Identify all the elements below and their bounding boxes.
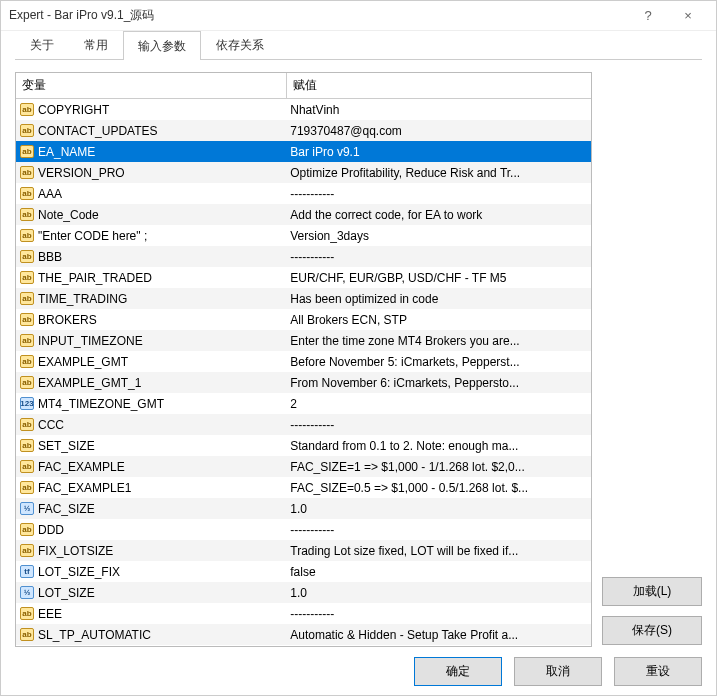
double-type-icon: ½	[20, 502, 34, 515]
cell-value[interactable]: Optimize Profitability, Reduce Risk and …	[286, 162, 591, 183]
cell-variable[interactable]: abCONTACT_UPDATES	[16, 120, 286, 141]
col-header-variable[interactable]: 变量	[16, 73, 286, 99]
cell-value[interactable]: FAC_SIZE=1 => $1,000 - 1/1.268 lot. $2,0…	[286, 456, 591, 477]
help-button[interactable]: ?	[628, 8, 668, 23]
cell-variable[interactable]: abEA_NAME	[16, 141, 286, 162]
cell-variable[interactable]: abEXAMPLE_GMT	[16, 351, 286, 372]
cell-value[interactable]: Before November 5: iCmarkets, Pepperst..…	[286, 351, 591, 372]
cell-variable[interactable]: abFAC_EXAMPLE1	[16, 477, 286, 498]
tab-common[interactable]: 常用	[69, 30, 123, 59]
cell-variable[interactable]: abEEE	[16, 603, 286, 624]
cell-value[interactable]: -----------	[286, 414, 591, 435]
cell-variable[interactable]: abFIX_LOTSIZE	[16, 540, 286, 561]
table-row[interactable]: abNote_CodeAdd the correct code, for EA …	[16, 204, 591, 225]
cell-value[interactable]: Version_3days	[286, 225, 591, 246]
table-row[interactable]: abAAA-----------	[16, 183, 591, 204]
table-row[interactable]: tfLOT_SIZE_FIXfalse	[16, 561, 591, 582]
cell-value[interactable]: Automatic & Hidden - Setup Take Profit a…	[286, 624, 591, 645]
table-row[interactable]: abEXAMPLE_GMTBefore November 5: iCmarket…	[16, 351, 591, 372]
table-row[interactable]: abEXAMPLE_GMT_1From November 6: iCmarket…	[16, 372, 591, 393]
cell-variable[interactable]: ½LOT_SIZE	[16, 582, 286, 603]
variable-name: FAC_EXAMPLE1	[38, 481, 131, 495]
table-row[interactable]: abTIME_TRADINGHas been optimized in code	[16, 288, 591, 309]
cell-variable[interactable]: abNote_Code	[16, 204, 286, 225]
table-row[interactable]: abCONTACT_UPDATES719370487@qq.com	[16, 120, 591, 141]
cancel-button[interactable]: 取消	[514, 657, 602, 686]
cell-value[interactable]: 2	[286, 393, 591, 414]
cell-value[interactable]: -----------	[286, 183, 591, 204]
table-row[interactable]: abSET_SIZEStandard from 0.1 to 2. Note: …	[16, 435, 591, 456]
table-row[interactable]: abSL_TP_AUTOMATICAutomatic & Hidden - Se…	[16, 624, 591, 645]
table-row[interactable]: 123MT4_TIMEZONE_GMT2	[16, 393, 591, 414]
reset-button[interactable]: 重设	[614, 657, 702, 686]
ok-button[interactable]: 确定	[414, 657, 502, 686]
tab-about[interactable]: 关于	[15, 30, 69, 59]
cell-value[interactable]: 1.0	[286, 498, 591, 519]
table-row[interactable]: abEA_NAMEBar iPro v9.1	[16, 141, 591, 162]
cell-value[interactable]: Bar iPro v9.1	[286, 141, 591, 162]
cell-variable[interactable]: abSL_TP_AUTOMATIC	[16, 624, 286, 645]
load-button[interactable]: 加载(L)	[602, 577, 702, 606]
cell-value[interactable]: -----------	[286, 519, 591, 540]
cell-value[interactable]: 1.0	[286, 582, 591, 603]
string-type-icon: ab	[20, 628, 34, 641]
cell-value[interactable]: From November 6: iCmarkets, Peppersto...	[286, 372, 591, 393]
cell-variable[interactable]: abCCC	[16, 414, 286, 435]
cell-value[interactable]: All Brokers ECN, STP	[286, 309, 591, 330]
tab-dependencies[interactable]: 依存关系	[201, 30, 279, 59]
side-buttons: 加载(L) 保存(S)	[602, 72, 702, 647]
tab-inputs[interactable]: 输入参数	[123, 31, 201, 60]
cell-variable[interactable]: abEXAMPLE_GMT_1	[16, 372, 286, 393]
cell-variable[interactable]: abBBB	[16, 246, 286, 267]
table-row[interactable]: abFAC_EXAMPLEFAC_SIZE=1 => $1,000 - 1/1.…	[16, 456, 591, 477]
table-row[interactable]: abVERSION_PROOptimize Profitability, Red…	[16, 162, 591, 183]
cell-variable[interactable]: ab"Enter CODE here" ;	[16, 225, 286, 246]
cell-variable[interactable]: abCOPYRIGHT	[16, 99, 286, 120]
variable-name: THE_PAIR_TRADED	[38, 271, 152, 285]
cell-variable[interactable]: tfLOT_SIZE_FIX	[16, 561, 286, 582]
cell-variable[interactable]: abSET_SIZE	[16, 435, 286, 456]
parameters-scroll[interactable]: 变量 赋值 abCOPYRIGHTNhatVinhabCONTACT_UPDAT…	[16, 73, 591, 646]
cell-variable[interactable]: abFAC_EXAMPLE	[16, 456, 286, 477]
cell-variable[interactable]: abTIME_TRADING	[16, 288, 286, 309]
table-row[interactable]: abDDD-----------	[16, 519, 591, 540]
table-row[interactable]: ab"Enter CODE here" ;Version_3days	[16, 225, 591, 246]
cell-variable[interactable]: abINPUT_TIMEZONE	[16, 330, 286, 351]
double-type-icon: ½	[20, 586, 34, 599]
cell-variable[interactable]: abDDD	[16, 519, 286, 540]
table-row[interactable]: abINPUT_TIMEZONEEnter the time zone MT4 …	[16, 330, 591, 351]
cell-value[interactable]: 719370487@qq.com	[286, 120, 591, 141]
cell-value[interactable]: Trading Lot size fixed, LOT will be fixe…	[286, 540, 591, 561]
cell-value[interactable]: Enter the time zone MT4 Brokers you are.…	[286, 330, 591, 351]
cell-variable[interactable]: abTHE_PAIR_TRADED	[16, 267, 286, 288]
table-row[interactable]: abFAC_EXAMPLE1FAC_SIZE=0.5 => $1,000 - 0…	[16, 477, 591, 498]
cell-variable[interactable]: 123MT4_TIMEZONE_GMT	[16, 393, 286, 414]
cell-value[interactable]: -----------	[286, 246, 591, 267]
cell-value[interactable]: FAC_SIZE=0.5 => $1,000 - 0.5/1.268 lot. …	[286, 477, 591, 498]
cell-variable[interactable]: abVERSION_PRO	[16, 162, 286, 183]
cell-value[interactable]: Add the correct code, for EA to work	[286, 204, 591, 225]
cell-value[interactable]: Has been optimized in code	[286, 288, 591, 309]
cell-value[interactable]: EUR/CHF, EUR/GBP, USD/CHF - TF M5	[286, 267, 591, 288]
string-type-icon: ab	[20, 103, 34, 116]
table-row[interactable]: abCOPYRIGHTNhatVinh	[16, 99, 591, 121]
table-row[interactable]: abEEE-----------	[16, 603, 591, 624]
table-row[interactable]: abCCC-----------	[16, 414, 591, 435]
cell-value[interactable]: -----------	[286, 603, 591, 624]
table-row[interactable]: abTHE_PAIR_TRADEDEUR/CHF, EUR/GBP, USD/C…	[16, 267, 591, 288]
cell-value[interactable]: false	[286, 561, 591, 582]
variable-name: DDD	[38, 523, 64, 537]
close-button[interactable]: ×	[668, 8, 708, 23]
table-row[interactable]: abBROKERSAll Brokers ECN, STP	[16, 309, 591, 330]
table-row[interactable]: abFIX_LOTSIZETrading Lot size fixed, LOT…	[16, 540, 591, 561]
table-row[interactable]: ½FAC_SIZE1.0	[16, 498, 591, 519]
cell-value[interactable]: NhatVinh	[286, 99, 591, 121]
cell-variable[interactable]: abBROKERS	[16, 309, 286, 330]
cell-variable[interactable]: ½FAC_SIZE	[16, 498, 286, 519]
cell-variable[interactable]: abAAA	[16, 183, 286, 204]
table-row[interactable]: ½LOT_SIZE1.0	[16, 582, 591, 603]
save-button[interactable]: 保存(S)	[602, 616, 702, 645]
col-header-value[interactable]: 赋值	[286, 73, 591, 99]
table-row[interactable]: abBBB-----------	[16, 246, 591, 267]
cell-value[interactable]: Standard from 0.1 to 2. Note: enough ma.…	[286, 435, 591, 456]
